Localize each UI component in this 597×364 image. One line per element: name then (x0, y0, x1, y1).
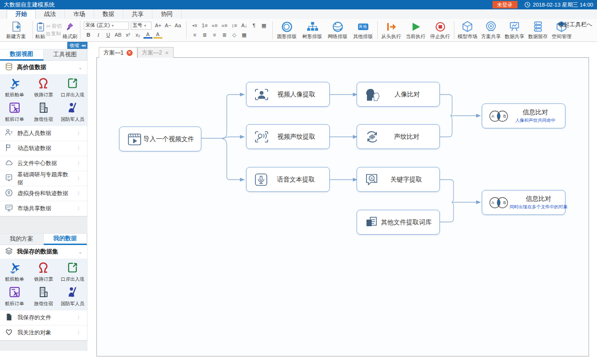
close-icon[interactable]: ✕ (127, 50, 133, 56)
dataset-flight-order[interactable]: 航班订单 (0, 285, 29, 309)
copy-button[interactable]: ⧉复制 (46, 30, 62, 38)
dataset-rail-ticket[interactable]: 铁路订票 (29, 76, 58, 100)
flow-node-video-face-extract[interactable]: 视频人像提取 (246, 82, 330, 107)
network-layout-button[interactable]: 网络排版 (325, 20, 350, 40)
dataset-military-personnel[interactable]: 国防军人员 (58, 100, 87, 125)
stop-run-button[interactable]: 停止执行 (428, 20, 453, 40)
ribbon-tab-share[interactable]: 共享 (123, 9, 152, 19)
tree-layout-button[interactable]: 树形排版 (300, 20, 325, 40)
tab-data-view[interactable]: 数据视图 (0, 49, 44, 61)
data-share-button[interactable]: 数据共享 (503, 20, 526, 40)
dataset-military-personnel[interactable]: 国防军人员 (58, 285, 87, 309)
font-color-button[interactable]: A (143, 32, 152, 39)
sidebar-item-survey-thematic-data[interactable]: 基础调研与专题库数据 〉 (0, 171, 87, 186)
sidebar-item-market-shared-data[interactable]: 市场共享数据 〉 (0, 201, 87, 216)
subscript-button[interactable]: x₂ (134, 31, 143, 39)
ribbon-tab-market[interactable]: 市场 (65, 9, 94, 19)
highlight-color-button[interactable]: A (153, 32, 162, 39)
sidebar-item-cloud-file-data[interactable]: 云文件中心数据 〉 (0, 156, 87, 171)
ribbon-tab-tactics[interactable]: 战法 (36, 9, 65, 19)
circle-layout-button[interactable]: 圆形排版 (274, 20, 300, 40)
model-market-button[interactable]: 模型市场 (456, 20, 479, 40)
font-family-select[interactable]: 宋体 (正文)▾ (84, 22, 129, 30)
underline-button[interactable]: U (104, 31, 113, 39)
flow-node-import-video[interactable]: 导入一个视频文件 (119, 127, 201, 151)
run-from-start-button[interactable]: 从头执行 (379, 20, 404, 40)
other-layout-button[interactable]: 其他 其他排版 (350, 20, 376, 40)
doc-tab-plan-2[interactable]: 方案—2 ✕ (137, 47, 174, 58)
close-icon[interactable]: ✕ (165, 50, 168, 55)
outdent-button[interactable]: «≡ (210, 21, 219, 30)
pilcrow-button[interactable]: ¶ (250, 21, 259, 30)
borders-button[interactable]: ▦ (240, 31, 249, 39)
tab-my-data[interactable]: 我的数据 (44, 234, 88, 245)
flow-node-video-voiceprint-extract[interactable]: 视频声纹提取 (246, 124, 330, 149)
table-button[interactable]: ▦ (260, 21, 269, 30)
monitor-icon (5, 204, 13, 214)
dataset-hotel-stay[interactable]: 旅馆住宿 (29, 100, 58, 125)
dataset-border-entry-exit[interactable]: 口岸出入境 (58, 260, 87, 285)
ribbon-tab-data[interactable]: 数据 (94, 9, 123, 19)
tab-tool-view[interactable]: 工具视图 (44, 49, 88, 61)
line-spacing-button[interactable]: ↕≡ (230, 21, 239, 30)
shrink-font-button[interactable]: A− (164, 21, 173, 30)
flow-node-speech-to-text[interactable]: 语音文本提取 (246, 167, 330, 192)
format-painter-button[interactable]: 格式刷 (62, 20, 79, 40)
ribbon-tab-collab[interactable]: 协同 (152, 9, 182, 19)
bullet-list-button[interactable]: •≡ (191, 21, 199, 30)
superscript-button[interactable]: x² (124, 31, 133, 39)
align-right-button[interactable]: ≡ (210, 31, 219, 39)
dataset-flight-order[interactable]: 航班订单 (0, 100, 29, 125)
flow-node-sublabel: 同时出现在多个文件中的对象 (509, 204, 568, 210)
plan-share-button[interactable]: 方案共享 (479, 20, 503, 40)
sidebar-item-my-saved-files[interactable]: 我保存的文件 〉 (0, 310, 87, 325)
new-plan-button[interactable]: 新建方案 (1, 20, 31, 40)
grow-font-button[interactable]: A+ (154, 21, 163, 30)
indent-button[interactable]: »≡ (220, 21, 229, 30)
flow-node-info-compare-2[interactable]: AB 信息比对 同时出现在多个文件中的对象 (482, 190, 565, 215)
login-status-badge[interactable]: 未登录 (493, 1, 517, 8)
format-painter-label: 格式刷 (63, 33, 78, 40)
char-border-button[interactable]: AB (114, 31, 123, 39)
sidebar-item-virtual-identity-data[interactable]: 虚拟身份和轨迹数据 〉 (0, 186, 87, 201)
flow-node-face-compare[interactable]: 人像比对 (357, 82, 440, 107)
sort-button[interactable]: A↓ (240, 21, 249, 30)
align-center-button[interactable]: ≣ (200, 31, 209, 39)
dataset-border-entry-exit[interactable]: 口岸出入境 (58, 76, 87, 100)
new-plan-label: 新建方案 (6, 33, 26, 40)
tab-my-plans[interactable]: 我的方案 (0, 234, 44, 245)
video-voiceprint-extract-icon (254, 130, 269, 143)
sidebar-item-static-person-data[interactable]: 静态人员数据 〉 (0, 126, 87, 141)
justify-button[interactable]: ≣ (220, 31, 229, 39)
bold-button[interactable]: B (84, 31, 93, 39)
cut-button[interactable]: ✂剪切 (46, 23, 62, 30)
data-retention-button[interactable]: 数据留存 (526, 20, 550, 40)
flow-node-keyword-extract[interactable]: A 关键字提取 (357, 167, 440, 192)
doc-tab-plan-1[interactable]: 方案—1 ✕ (99, 47, 137, 58)
dataset-flight-manifest[interactable]: 航班舱单 (0, 76, 29, 100)
flow-node-voiceprint-compare[interactable]: 声纹比对 (357, 124, 440, 149)
paste-button[interactable]: 粘贴 (34, 20, 46, 40)
dataset-flight-manifest[interactable]: 航班舱单 (0, 260, 29, 285)
font-size-select[interactable]: 五号▾ (131, 22, 151, 30)
sidebar-item-dynamic-track-data[interactable]: 动态轨迹数据 〉 (0, 141, 87, 156)
dataset-rail-ticket[interactable]: 铁路订票 (29, 260, 58, 285)
globe-icon (332, 21, 344, 33)
change-case-button[interactable]: Aa (174, 21, 183, 30)
flow-node-info-compare-1[interactable]: AB 信息比对 人像和声纹共同命中 (482, 103, 565, 128)
numbered-list-button[interactable]: 1≡ (200, 21, 209, 30)
run-current-button[interactable]: 当前执行 (404, 20, 428, 40)
italic-button[interactable]: I (94, 31, 103, 39)
sidebar-collapse-button[interactable]: 收缩 ◀◀ (67, 42, 88, 49)
ribbon-tab-start[interactable]: 开始 (7, 9, 36, 19)
collapse-toolbar-button[interactable]: 收起工具栏へ (558, 21, 592, 29)
section-my-saved-datasets[interactable]: 我保存的数据集 ⌄ (0, 245, 87, 259)
shading-button[interactable]: ◇ (230, 31, 239, 39)
section-high-value-data[interactable]: 高价值数据 ⌄ (0, 61, 87, 75)
dataset-hotel-stay[interactable]: 旅馆住宿 (29, 285, 58, 309)
flow-node-other-files-lexicon[interactable]: 其他文件提取词库 (357, 210, 440, 235)
sidebar-item-my-followed-objects[interactable]: 我关注的对象 〉 (0, 325, 87, 340)
venn-compare-icon: AB (488, 108, 509, 124)
flow-canvas[interactable]: 导入一个视频文件 视频人像提取 视频声纹提取 (96, 57, 589, 356)
align-left-button[interactable]: ≡ (191, 31, 199, 39)
